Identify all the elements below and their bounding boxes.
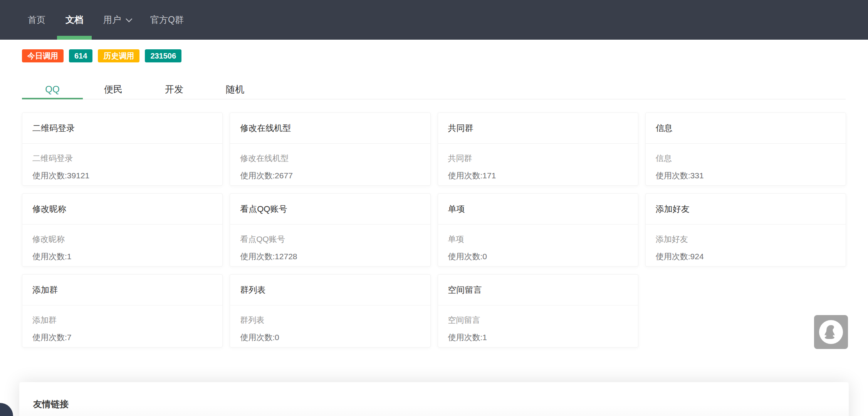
- usage-prefix: 使用次数:: [32, 171, 67, 180]
- api-card-description: 看点QQ账号: [240, 234, 420, 245]
- api-card-title: 添加群: [22, 275, 222, 305]
- api-card-title: 看点QQ账号: [230, 194, 430, 225]
- api-card-description: 群列表: [240, 315, 420, 325]
- usage-count: 1: [67, 252, 72, 261]
- usage-count: 39121: [67, 171, 89, 180]
- usage-prefix: 使用次数:: [656, 252, 690, 261]
- api-card-usage: 使用次数:331: [656, 170, 836, 181]
- tab-label: 便民: [104, 83, 123, 96]
- friend-links-panel: 友情链接: [19, 382, 849, 416]
- api-card-usage: 使用次数:7: [32, 332, 212, 343]
- api-card-description: 修改在线机型: [240, 153, 420, 164]
- nav-item[interactable]: 官方Q群: [140, 0, 194, 40]
- api-card-body: 二维码登录 使用次数:39121: [22, 144, 222, 181]
- api-card-title: 修改在线机型: [230, 113, 430, 144]
- usage-prefix: 使用次数:: [32, 333, 67, 342]
- api-card-usage: 使用次数:1: [32, 251, 212, 262]
- usage-prefix: 使用次数:: [240, 333, 275, 342]
- nav-item-label: 官方Q群: [150, 14, 184, 26]
- usage-count: 7: [67, 333, 72, 342]
- api-card-description: 添加好友: [656, 234, 836, 245]
- usage-count: 924: [690, 252, 704, 261]
- api-card[interactable]: 看点QQ账号 看点QQ账号 使用次数:12728: [230, 193, 430, 267]
- stat-badge: 231506: [145, 49, 181, 62]
- api-card-description: 空间留言: [448, 315, 628, 325]
- api-card[interactable]: 空间留言 空间留言 使用次数:1: [438, 274, 638, 347]
- api-card-description: 修改昵称: [32, 234, 212, 245]
- category-tab[interactable]: 便民: [83, 80, 144, 99]
- api-card-usage: 使用次数:12728: [240, 251, 420, 262]
- api-card-usage: 使用次数:0: [240, 332, 420, 343]
- nav-item[interactable]: 首页: [18, 0, 55, 40]
- api-card-body: 单项 使用次数:0: [438, 225, 638, 262]
- api-card-body: 修改在线机型 使用次数:2677: [230, 144, 430, 181]
- usage-prefix: 使用次数:: [448, 252, 483, 261]
- api-card[interactable]: 信息 信息 使用次数:331: [645, 112, 846, 186]
- tab-label: QQ: [45, 84, 59, 95]
- api-card[interactable]: 共同群 共同群 使用次数:171: [438, 112, 638, 186]
- api-card-title: 单项: [438, 194, 638, 225]
- top-navbar: 首页 文档 用户 官方Q群: [0, 0, 868, 40]
- friend-links-title: 友情链接: [19, 382, 849, 410]
- navbar-items: 首页 文档 用户 官方Q群: [18, 0, 194, 40]
- nav-item-label: 首页: [28, 14, 45, 26]
- api-card-title: 信息: [646, 113, 846, 144]
- api-card-body: 看点QQ账号 使用次数:12728: [230, 225, 430, 262]
- api-card[interactable]: 单项 单项 使用次数:0: [438, 193, 638, 267]
- usage-prefix: 使用次数:: [240, 252, 275, 261]
- usage-count: 0: [275, 333, 279, 342]
- api-card-body: 添加好友 使用次数:924: [646, 225, 846, 262]
- api-card-usage: 使用次数:0: [448, 251, 628, 262]
- category-tabs: QQ 便民 开发 随机: [22, 80, 846, 99]
- usage-count: 2677: [275, 171, 293, 180]
- corner-widget-button[interactable]: [0, 403, 13, 416]
- stat-badge: 614: [69, 49, 92, 62]
- chevron-down-icon: [126, 15, 132, 22]
- api-card[interactable]: 群列表 群列表 使用次数:0: [230, 274, 430, 347]
- active-nav-underline: [57, 36, 92, 40]
- active-tab-underline: [22, 98, 83, 99]
- usage-count: 331: [690, 171, 704, 180]
- api-card[interactable]: 添加群 添加群 使用次数:7: [22, 274, 223, 347]
- api-card-description: 二维码登录: [32, 153, 212, 164]
- api-card[interactable]: 修改昵称 修改昵称 使用次数:1: [22, 193, 223, 267]
- category-tab[interactable]: QQ: [22, 80, 83, 99]
- api-card-body: 修改昵称 使用次数:1: [22, 225, 222, 262]
- stat-badge: 历史调用: [98, 49, 139, 62]
- api-card[interactable]: 二维码登录 二维码登录 使用次数:39121: [22, 112, 223, 186]
- api-card-title: 共同群: [438, 113, 638, 144]
- api-card-title: 修改昵称: [22, 194, 222, 225]
- usage-prefix: 使用次数:: [448, 333, 483, 342]
- api-card-body: 群列表 使用次数:0: [230, 305, 430, 343]
- api-card-usage: 使用次数:2677: [240, 170, 420, 181]
- nav-item-label: 用户: [103, 14, 121, 26]
- api-card-title: 群列表: [230, 275, 430, 305]
- api-card-usage: 使用次数:924: [656, 251, 836, 262]
- api-card-body: 空间留言 使用次数:1: [438, 305, 638, 343]
- api-card-grid: 二维码登录 二维码登录 使用次数:39121 修改在线机型 修改在线机型 使用次…: [22, 112, 846, 347]
- api-card-title: 空间留言: [438, 275, 638, 305]
- category-tab[interactable]: 随机: [205, 80, 265, 99]
- usage-prefix: 使用次数:: [656, 171, 690, 180]
- stat-badge: 今日调用: [22, 49, 64, 62]
- api-card-body: 添加群 使用次数:7: [22, 305, 222, 343]
- nav-item[interactable]: 用户: [93, 0, 140, 40]
- api-card[interactable]: 修改在线机型 修改在线机型 使用次数:2677: [230, 112, 430, 186]
- usage-prefix: 使用次数:: [448, 171, 483, 180]
- api-card[interactable]: 添加好友 添加好友 使用次数:924: [645, 193, 846, 267]
- api-card-body: 信息 使用次数:331: [646, 144, 846, 181]
- nav-item[interactable]: 文档: [55, 0, 93, 40]
- category-tab[interactable]: 开发: [144, 80, 205, 99]
- usage-count: 0: [482, 252, 487, 261]
- tab-label: 开发: [165, 83, 183, 96]
- nav-item-label: 文档: [65, 14, 83, 26]
- qq-contact-button[interactable]: [814, 315, 848, 349]
- usage-count: 12728: [275, 252, 297, 261]
- api-card-description: 共同群: [448, 153, 628, 164]
- api-card-title: 添加好友: [646, 194, 846, 225]
- usage-prefix: 使用次数:: [32, 252, 67, 261]
- qq-icon: [819, 320, 843, 344]
- api-card-usage: 使用次数:171: [448, 170, 628, 181]
- usage-count: 171: [482, 171, 496, 180]
- usage-prefix: 使用次数:: [240, 171, 275, 180]
